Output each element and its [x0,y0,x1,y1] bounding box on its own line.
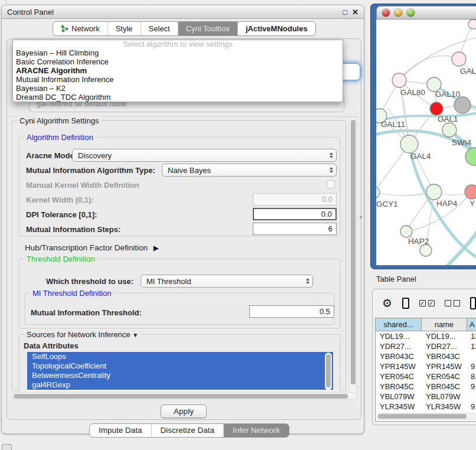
table-panel-title: Table Panel [376,275,416,283]
node-gal80[interactable] [392,73,406,87]
table-row[interactable]: YLR345WYLR345W9. [376,402,476,412]
select-all-icon[interactable]: ✓ ✓ [419,300,435,306]
which-threshold-combobox[interactable]: MI Threshold [141,275,313,288]
menu-item[interactable]: Mutual Information Inference [13,75,343,84]
table-row[interactable]: YDR27...YDR27...12 [376,341,476,351]
list-item[interactable]: SelfLoops [27,352,333,361]
gear-icon[interactable]: ⚙ [382,298,392,309]
node[interactable] [465,185,476,199]
list-item[interactable]: TopologicalCoefficient [27,361,333,371]
mi-threshold-field[interactable]: 0.5 [249,305,334,318]
manual-kernel-width-label: Manual Kernel Width Definition [26,181,139,190]
expanded-arrow-icon: ▼ [132,332,138,338]
control-panel-tabbar: Network Style Select Cyni Toolbox jActiv… [53,21,316,36]
node-gcy1[interactable] [376,187,380,198]
aracne-mode-combobox[interactable]: Discovery [72,149,337,162]
tab-infer-network[interactable]: Infer Network [223,424,289,437]
table-header: shared... name A [376,318,476,331]
tab-select[interactable]: Select [141,22,178,35]
node-label: Y [470,199,475,208]
stepper-icon[interactable] [326,149,336,161]
table-row[interactable]: YDL19...YDL19...13 [376,331,476,341]
table-row[interactable]: YPR145WYPR145W9. [376,361,476,371]
node-label: GAL80 [400,88,425,97]
node-swi4[interactable] [442,123,457,137]
mi-steps-field[interactable]: 6 [253,223,337,235]
splitter-collapse-icon[interactable]: ◂ [359,214,362,220]
close-traffic-light[interactable] [382,9,390,17]
table-row[interactable]: YBR043CYBR043C [376,351,476,361]
zoom-traffic-light[interactable] [407,9,415,17]
node-label: SWI4 [452,138,471,147]
tab-network[interactable]: Network [53,22,107,35]
node-hap2[interactable] [400,226,412,237]
deselect-all-icon[interactable] [445,300,460,306]
stepper-icon[interactable] [326,164,336,176]
network-window-titlebar[interactable] [376,6,476,19]
close-icon[interactable]: ✕ [352,8,358,17]
menu-item[interactable]: Dream8 DC_TDC Algorithm [13,93,343,102]
algorithm-definition-title: Algorithm Definition [24,133,96,142]
list-item[interactable]: gal4RGexp [27,380,333,390]
which-threshold-label: Which threshold to use: [46,277,133,286]
node[interactable] [420,244,432,256]
tab-discretize-data[interactable]: Discretize Data [151,424,224,437]
node-label: GAL10 [435,90,460,99]
tab-style[interactable]: Style [107,22,141,35]
tab-jactivemnodules[interactable]: jActiveMNodules [237,22,315,35]
control-panel-titlebar: Control Panel □ ✕ [2,5,364,19]
new-table-icon[interactable] [470,297,476,309]
node-gal4[interactable] [400,135,418,153]
node[interactable] [468,19,476,29]
maximize-icon[interactable]: □ [343,8,347,17]
node-gal1[interactable] [430,102,443,115]
top-edge-tick [6,0,6,4]
dropdown-hint: Select algorithm to view settings [13,40,343,48]
node-label: GAL11 [381,120,405,129]
network-view-frame: GAL GAL80 GAL10 GAL1 GAL11 SWI4 GAL4 GCY… [370,4,476,269]
tab-impute-data[interactable]: Impute Data [90,424,151,437]
column-header-name[interactable]: name [422,318,467,331]
node-hap4[interactable] [426,184,442,200]
split-columns-icon[interactable] [402,298,409,309]
node[interactable] [454,97,471,113]
sources-toggle[interactable]: Sources for Network Inference ▼ [24,330,141,339]
network-canvas[interactable]: GAL GAL80 GAL10 GAL1 GAL11 SWI4 GAL4 GCY… [376,19,476,265]
kernel-width-field[interactable]: 0.0 [253,193,337,206]
table-row[interactable]: YBR045CYBR045C9. [376,381,476,392]
hub-section-toggle[interactable]: Hub/Transcription Factor Definition ▶ [25,243,159,252]
column-header-shared[interactable]: shared... [376,318,422,331]
threshold-definition-title: Threshold Definition [24,255,97,263]
node-label: GAL1 [438,115,458,123]
menu-item[interactable]: ARACNE Algorithm [13,66,343,75]
menu-item[interactable]: Basic Correlation Inference [13,57,343,66]
network-icon [61,25,69,32]
control-panel-title: Control Panel [7,8,54,17]
tab-cyni-toolbox[interactable]: Cyni Toolbox [178,22,237,35]
data-attributes-label: Data Attributes [24,341,79,350]
manual-kernel-width-checkbox[interactable] [327,180,335,188]
list-item[interactable]: BetweennessCentrality [27,371,333,380]
node-label: GAL [460,67,476,76]
table-row[interactable]: YER054CYER054C8. [376,371,476,381]
table-horizontal-scrollbar[interactable] [376,413,476,420]
stepper-icon[interactable] [302,275,312,287]
node[interactable] [465,148,476,165]
column-header-partial[interactable]: A [467,318,476,331]
dpi-tolerance-field[interactable]: 0.0 [253,208,337,220]
minimize-traffic-light[interactable] [395,9,402,17]
table-row[interactable]: YBL079WYBL079W [376,392,476,402]
mi-algorithm-type-combobox[interactable]: Naive Bayes [162,164,337,177]
table-panel: ⚙ ✓ ✓ shared... name A YDL19...YDL19...1… [372,289,476,425]
list-vertical-scrollbar[interactable] [325,353,332,390]
settings-horizontal-scrollbar[interactable] [12,392,357,400]
apply-button[interactable]: Apply [161,405,207,418]
node[interactable] [452,52,466,66]
menu-item[interactable]: Bayesian – K2 [13,84,343,93]
control-panel-window: Control Panel □ ✕ Network Style Select C… [1,5,364,434]
node-label: HAP4 [436,199,458,208]
settings-vertical-scrollbar[interactable] [349,117,357,399]
menu-item[interactable]: Bayesian – Hill Climbing [13,48,343,57]
kernel-width-label: Kernel Width (0,1): [26,195,94,204]
mi-threshold-definition-title: MI Threshold Definition [30,289,113,298]
